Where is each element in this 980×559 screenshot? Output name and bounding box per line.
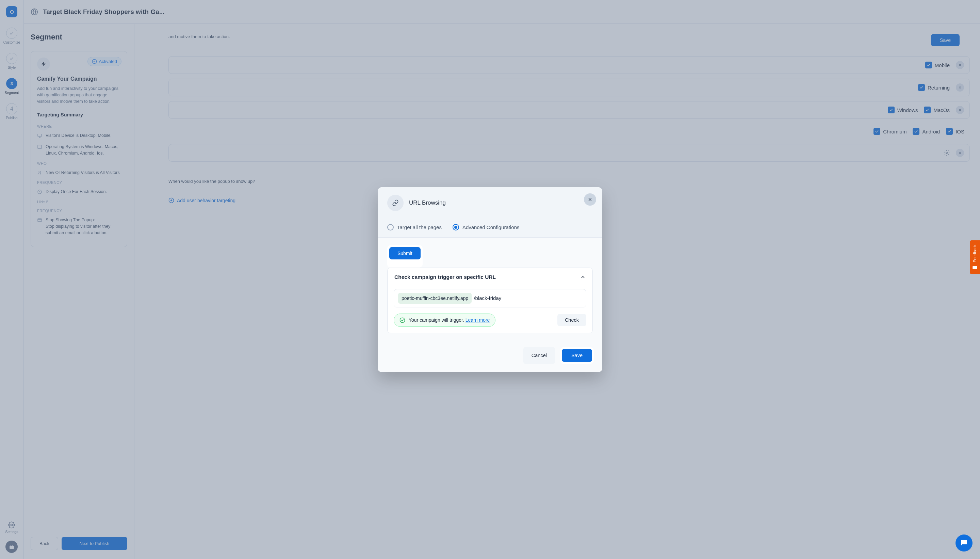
svg-rect-23 [972, 266, 977, 269]
url-path-input[interactable] [474, 295, 582, 301]
feedback-tab[interactable]: Feedback [970, 240, 980, 274]
svg-point-22 [400, 318, 404, 322]
learn-more-link[interactable]: Learn more [465, 317, 490, 323]
check-button[interactable]: Check [558, 314, 586, 326]
save-button[interactable]: Save [562, 349, 592, 362]
url-browsing-modal: URL Browsing Target all the pages Advanc… [378, 187, 602, 372]
trigger-card: Check campaign trigger on specific URL p… [387, 268, 593, 333]
check-circle-icon [399, 317, 405, 323]
chat-icon [960, 539, 968, 547]
modal-title: URL Browsing [409, 200, 446, 206]
modal-overlay[interactable]: URL Browsing Target all the pages Advanc… [0, 0, 980, 559]
trigger-toggle[interactable]: Check campaign trigger on specific URL [388, 268, 592, 286]
close-icon [587, 197, 593, 202]
modal-close-button[interactable] [584, 194, 596, 206]
chevron-up-icon [580, 275, 586, 280]
link-icon [387, 195, 404, 211]
submit-button[interactable]: Submit [389, 247, 421, 260]
cancel-button[interactable]: Cancel [523, 347, 555, 364]
url-input-row[interactable]: poetic-muffin-cbc3ee.netlify.app [394, 289, 586, 308]
feedback-icon [972, 265, 978, 271]
trigger-status: Your campaign will trigger. Learn more [394, 314, 495, 327]
radio-advanced[interactable]: Advanced Configurations [452, 224, 520, 230]
chat-button[interactable] [955, 534, 972, 551]
url-prefix: poetic-muffin-cbc3ee.netlify.app [398, 293, 472, 304]
radio-target-all[interactable]: Target all the pages [387, 224, 442, 230]
